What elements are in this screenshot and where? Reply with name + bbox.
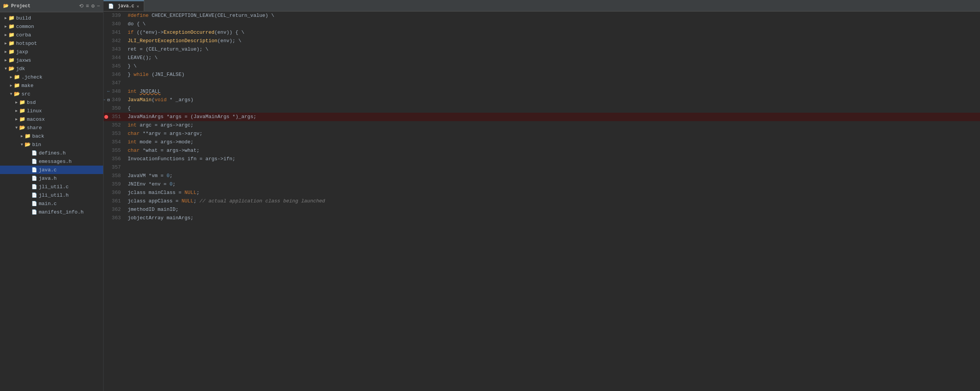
- folder-icon: 📁: [8, 40, 15, 46]
- sidebar-item-jdk[interactable]: ▼ 📂 jdk: [0, 64, 103, 73]
- item-label: bin: [32, 142, 41, 148]
- folder-icon: 📁: [8, 23, 15, 30]
- folder-open-icon: 📂: [14, 91, 20, 97]
- item-label: corba: [16, 32, 31, 38]
- line-number-361: 361: [104, 197, 125, 205]
- line-number-355: 355: [104, 146, 125, 155]
- sidebar-item-linux[interactable]: ▶ 📁 linux: [0, 107, 103, 115]
- sidebar-item-src[interactable]: ▼ 📂 src: [0, 90, 103, 98]
- code-line-358: 358 JavaVM *vm = 0;: [104, 172, 980, 180]
- folder-icon: 📁: [19, 116, 25, 122]
- sidebar-item-defines-h[interactable]: 📄 defines.h: [0, 149, 103, 157]
- item-label: manifest_info.h: [39, 209, 84, 215]
- code-line-341: 341 if ((*env)->ExceptionOccurred(env)) …: [104, 28, 980, 37]
- code-line-340: 340 do { \: [104, 20, 980, 28]
- sidebar-title-label: Project: [11, 3, 30, 9]
- folder-open-icon: 📂: [8, 66, 15, 72]
- arrow-icon: ▶: [3, 41, 8, 46]
- code-line-346: 346 } while (JNI_FALSE): [104, 71, 980, 79]
- arrow-icon: ▶: [14, 100, 19, 105]
- code-line-352: 352 int argc = args->argc;: [104, 121, 980, 130]
- sidebar-item-jli-util-c[interactable]: 📄 jli_util.c: [0, 182, 103, 191]
- code-line-361: 361 jclass appClass = NULL; // actual ap…: [104, 197, 980, 205]
- code-line-353: 353 char **argv = args->argv;: [104, 130, 980, 138]
- arrow-icon: ▶: [3, 58, 8, 62]
- item-label: emessages.h: [39, 159, 72, 164]
- folder-icon: 📁: [8, 49, 15, 55]
- sidebar-item-bsd[interactable]: ▶ 📁 bsd: [0, 98, 103, 107]
- code-line-355: 355 char *what = args->what;: [104, 146, 980, 155]
- line-number-357: 357: [104, 163, 125, 172]
- arrow-icon: ▶: [3, 49, 8, 54]
- code-line-363: 363 jobjectArray mainArgs;: [104, 214, 980, 222]
- code-line-360: 360 jclass mainClass = NULL;: [104, 189, 980, 197]
- project-folder-icon: 📂: [3, 3, 9, 9]
- item-label: bsd: [27, 100, 36, 105]
- sidebar: 📂 Project ⟲ ≡ ⚙ − ▶ 📁 build ▶ 📁 common ▶: [0, 0, 104, 391]
- file-icon: 📄: [31, 167, 37, 173]
- sidebar-item-jaxp[interactable]: ▶ 📁 jaxp: [0, 48, 103, 56]
- sidebar-item-bin[interactable]: ▼ 📂 bin: [0, 140, 103, 149]
- tab-close-button[interactable]: ✕: [136, 4, 139, 9]
- sidebar-item-back[interactable]: ▶ 📁 back: [0, 132, 103, 140]
- sidebar-item-hotspot[interactable]: ▶ 📁 hotspot: [0, 39, 103, 48]
- code-line-359: 359 JNIEnv *env = 0;: [104, 180, 980, 189]
- code-line-350: 350 {: [104, 104, 980, 113]
- minimize-icon[interactable]: −: [97, 3, 100, 9]
- collapse-all-icon[interactable]: ≡: [86, 3, 89, 9]
- code-line-344: 344 LEAVE(); \: [104, 54, 980, 62]
- sidebar-item-jcheck[interactable]: ▶ 📁 .jcheck: [0, 73, 103, 81]
- code-line-347: 347: [104, 79, 980, 87]
- folder-icon: 📁: [14, 82, 20, 89]
- sidebar-item-jli-util-h[interactable]: 📄 jli_util.h: [0, 191, 103, 199]
- settings-icon[interactable]: ⚙: [91, 3, 94, 9]
- arrow-icon: ▶: [14, 117, 19, 122]
- sidebar-item-build[interactable]: ▶ 📁 build: [0, 14, 103, 22]
- tab-java-c[interactable]: 📄 java.c ✕: [104, 0, 144, 11]
- sidebar-item-make[interactable]: ▶ 📁 make: [0, 81, 103, 90]
- line-number-340: 340: [104, 20, 125, 28]
- folder-icon: 📁: [25, 133, 31, 139]
- arrow-icon: ▼: [14, 126, 19, 130]
- file-icon: 📄: [31, 176, 37, 181]
- folder-icon: 📁: [8, 32, 15, 38]
- folder-open-icon: 📂: [19, 125, 25, 131]
- sidebar-item-share[interactable]: ▼ 📂 share: [0, 123, 103, 132]
- file-icon: 📄: [31, 209, 37, 215]
- arrow-icon: ▶: [14, 108, 19, 113]
- line-number-354: 354: [104, 138, 125, 146]
- folder-icon: 📁: [8, 15, 15, 21]
- folder-open-icon: 📂: [25, 141, 31, 148]
- arrow-icon: ▼: [3, 67, 8, 71]
- line-number-349: ↔ ⊟ 349: [104, 96, 125, 104]
- sidebar-item-java-h[interactable]: 📄 java.h: [0, 174, 103, 182]
- item-label: defines.h: [39, 150, 66, 156]
- sidebar-item-java-c[interactable]: 📄 java.c: [0, 166, 103, 174]
- item-label: share: [27, 125, 42, 131]
- code-editor[interactable]: 339 #define CHECK_EXCEPTION_LEAVE(CEL_re…: [104, 12, 980, 391]
- line-number-360: 360: [104, 189, 125, 197]
- sidebar-item-emessages-h[interactable]: 📄 emessages.h: [0, 157, 103, 166]
- line-number-343: 343: [104, 45, 125, 54]
- code-line-342: 342 JLI_ReportExceptionDescription(env);…: [104, 37, 980, 45]
- folder-icon: 📁: [8, 57, 15, 63]
- sidebar-item-jaxws[interactable]: ▶ 📁 jaxws: [0, 56, 103, 64]
- item-label: src: [21, 91, 30, 97]
- code-line-349: ↔ ⊟ 349 JavaMain(void * _args): [104, 96, 980, 104]
- sidebar-item-macosx[interactable]: ▶ 📁 macosx: [0, 115, 103, 123]
- file-tree: ▶ 📁 build ▶ 📁 common ▶ 📁 corba ▶ 📁 hotsp…: [0, 12, 103, 391]
- item-label: back: [32, 133, 44, 139]
- item-label: jli_util.c: [39, 184, 69, 190]
- sidebar-item-corba[interactable]: ▶ 📁 corba: [0, 31, 103, 39]
- folder-icon: 📁: [19, 108, 25, 114]
- arrow-icon: ▶: [3, 16, 8, 20]
- sidebar-item-manifest-info-h[interactable]: 📄 manifest_info.h: [0, 208, 103, 216]
- sync-icon[interactable]: ⟲: [79, 3, 84, 9]
- code-line-343: 343 ret = (CEL_return_value); \: [104, 45, 980, 54]
- tab-label: java.c: [118, 3, 134, 9]
- arrow-icon: ▶: [3, 33, 8, 37]
- sidebar-item-common[interactable]: ▶ 📁 common: [0, 22, 103, 31]
- sidebar-item-main-c[interactable]: 📄 main.c: [0, 199, 103, 208]
- item-label: jaxws: [16, 58, 31, 63]
- line-number-363: 363: [104, 214, 125, 222]
